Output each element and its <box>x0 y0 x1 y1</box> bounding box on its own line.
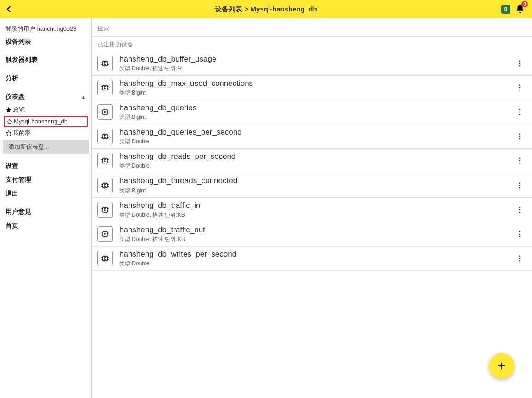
add-dashboard-button[interactable]: 添加新仪表盘... <box>3 140 89 154</box>
svg-point-23 <box>519 160 521 162</box>
svg-rect-26 <box>104 184 106 186</box>
device-row[interactable]: hansheng_db_traffic_in类型:Double, 描述:단위:K… <box>92 198 532 222</box>
device-meta: 类型:Double, 描述:단위:KB <box>119 235 513 243</box>
more-vertical-icon <box>515 230 524 238</box>
svg-point-7 <box>519 85 521 86</box>
row-more-button[interactable] <box>513 252 526 265</box>
row-more-button[interactable] <box>513 56 526 70</box>
device-title: hansheng_db_max_used_connections <box>119 78 513 89</box>
svg-rect-0 <box>103 61 107 66</box>
svg-point-2 <box>519 60 521 62</box>
device-title: hansheng_db_reads_per_second <box>119 151 513 162</box>
device-list: hansheng_db_buffer_usage类型:Double, 描述:단위… <box>92 51 532 398</box>
search-input[interactable] <box>92 18 532 36</box>
chip-icon <box>101 83 110 92</box>
sidebar: 登录的用户 hancheng0523 设备列表 触发器列表 分析 仪表盘 ▲ 总… <box>0 18 92 398</box>
svg-rect-30 <box>103 207 107 212</box>
chevron-up-icon: ▲ <box>81 95 86 100</box>
dashboard-item-1[interactable]: Mysql-hansheng_db <box>4 116 88 127</box>
row-more-button[interactable] <box>513 227 526 241</box>
dashboard-label: 仪表盘 <box>6 93 25 101</box>
sidebar-item-analysis[interactable]: 分析 <box>0 72 91 85</box>
device-meta: 类型:Bigint <box>119 187 513 195</box>
svg-point-13 <box>519 112 521 113</box>
svg-rect-36 <box>104 233 106 235</box>
row-more-button[interactable] <box>513 81 526 95</box>
device-texts: hansheng_db_reads_per_second类型:Double <box>119 151 513 170</box>
device-row[interactable]: hansheng_db_max_used_connections类型:Bigin… <box>92 76 532 100</box>
svg-point-44 <box>519 260 521 262</box>
sidebar-item-devices[interactable]: 设备列表 <box>0 35 91 49</box>
device-title: hansheng_db_traffic_in <box>119 201 513 211</box>
status-badge[interactable]: 0 <box>501 5 510 14</box>
svg-point-22 <box>519 158 521 159</box>
back-button[interactable] <box>0 0 18 18</box>
device-title: hansheng_db_threads_connected <box>119 176 513 186</box>
star-filled-icon <box>6 107 12 113</box>
logged-in-user: 登录的用户 hancheng0523 <box>0 23 91 35</box>
device-row[interactable]: hansheng_db_traffic_out类型:Double, 描述:단위:… <box>92 222 532 247</box>
more-vertical-icon <box>515 132 524 140</box>
more-vertical-icon <box>515 59 524 67</box>
sidebar-section-dashboard[interactable]: 仪表盘 ▲ <box>0 90 91 104</box>
svg-rect-11 <box>104 111 106 113</box>
sidebar-item-payment[interactable]: 支付管理 <box>0 173 91 187</box>
row-more-button[interactable] <box>513 154 526 168</box>
device-texts: hansheng_db_queries类型:Bigint <box>119 103 513 121</box>
device-row[interactable]: hansheng_db_queries类型:Bigint <box>92 100 532 124</box>
svg-rect-5 <box>103 85 107 90</box>
dashboard-item-label: Mysql-hansheng_db <box>14 118 67 125</box>
search-row <box>92 18 532 37</box>
row-more-button[interactable] <box>513 105 526 119</box>
svg-rect-25 <box>103 183 107 188</box>
svg-point-24 <box>519 163 521 164</box>
sidebar-item-logout[interactable]: 退出 <box>0 187 91 201</box>
more-vertical-icon <box>515 157 524 165</box>
svg-rect-35 <box>103 232 107 236</box>
device-icon-wrap <box>97 226 113 242</box>
device-title: hansheng_db_writes_per_second <box>119 249 513 259</box>
notifications-button[interactable]: 9 <box>515 4 525 15</box>
add-fab-button[interactable] <box>489 353 515 379</box>
device-row[interactable]: hansheng_db_threads_connected类型:Bigint <box>92 173 532 197</box>
device-title: hansheng_db_traffic_out <box>119 225 513 235</box>
svg-rect-6 <box>104 87 106 89</box>
dashboard-item-label: 总览 <box>13 106 25 114</box>
main-content: 已注册的设备 hansheng_db_buffer_usage类型:Double… <box>92 18 532 398</box>
device-row[interactable]: hansheng_db_writes_per_second类型:Double <box>92 247 532 271</box>
star-outline-icon <box>6 130 12 136</box>
svg-point-29 <box>519 187 521 188</box>
row-more-button[interactable] <box>513 129 526 143</box>
svg-point-19 <box>519 138 521 140</box>
svg-point-38 <box>519 233 521 235</box>
sidebar-item-home[interactable]: 首页 <box>0 219 91 233</box>
svg-point-32 <box>519 207 521 208</box>
svg-rect-41 <box>104 258 106 259</box>
sidebar-item-triggers[interactable]: 触发器列表 <box>0 53 91 67</box>
dashboard-item-2[interactable]: 我的家 <box>0 127 91 139</box>
device-icon-wrap <box>97 153 113 168</box>
svg-rect-21 <box>104 160 106 162</box>
more-vertical-icon <box>515 181 524 190</box>
device-meta: 类型:Double <box>119 260 513 268</box>
device-icon-wrap <box>97 129 113 144</box>
svg-point-4 <box>519 65 521 67</box>
chip-icon <box>101 107 110 117</box>
sidebar-item-feedback[interactable]: 用户意见 <box>0 205 91 219</box>
device-meta: 类型:Double, 描述:단위:KB <box>119 211 513 219</box>
chip-icon <box>101 59 110 68</box>
row-more-button[interactable] <box>513 179 526 192</box>
device-texts: hansheng_db_buffer_usage类型:Double, 描述:단위… <box>119 54 513 73</box>
dashboard-item-0[interactable]: 总览 <box>0 104 91 116</box>
device-meta: 类型:Double <box>119 138 513 146</box>
device-row[interactable]: hansheng_db_buffer_usage类型:Double, 描述:단위… <box>92 51 532 76</box>
header-bar: 设备列表 > Mysql-hansheng_db 0 9 <box>0 0 532 18</box>
row-more-button[interactable] <box>513 203 526 217</box>
device-meta: 类型:Double, 描述:단위:% <box>119 65 513 73</box>
device-row[interactable]: hansheng_db_reads_per_second类型:Double <box>92 149 532 173</box>
device-row[interactable]: hansheng_db_queries_per_second类型:Double <box>92 124 532 149</box>
svg-point-14 <box>519 114 521 115</box>
device-title: hansheng_db_buffer_usage <box>119 54 513 64</box>
star-outline-icon <box>6 118 13 125</box>
sidebar-item-settings[interactable]: 设置 <box>0 159 91 173</box>
